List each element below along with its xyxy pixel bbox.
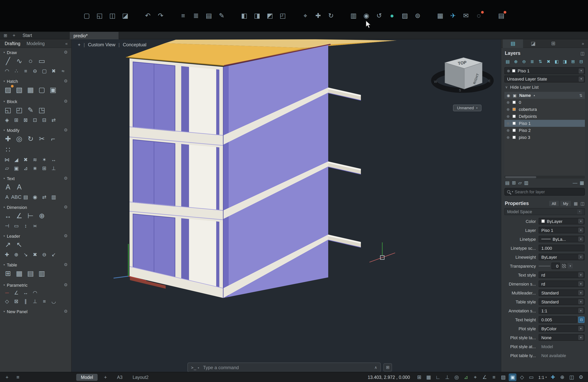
workspace-icon[interactable]: ◫ <box>568 373 576 381</box>
lock-constraint-icon[interactable]: ⊠ <box>12 297 21 305</box>
layer-merge-icon[interactable]: ⊟ <box>578 58 585 64</box>
manage-attributes-icon[interactable]: ⊠ <box>21 116 30 124</box>
etransmit-icon[interactable]: ◰ <box>278 11 287 21</box>
property-dropdown[interactable]: ByLa...▾ <box>539 236 585 242</box>
point-icon[interactable]: ∴ <box>12 67 21 75</box>
scale-icon[interactable]: ◢ <box>12 156 21 163</box>
grid-display-icon[interactable]: ⊞ <box>415 373 423 381</box>
section-settings-icon[interactable]: ⚙ <box>64 99 68 104</box>
find-text-icon[interactable]: ◉ <box>31 193 39 201</box>
edit-attribute-icon[interactable]: ⊟ <box>40 116 49 124</box>
columns-settings-icon[interactable]: ▦ <box>580 180 584 186</box>
layer-translate-icon[interactable]: ⇅ <box>537 58 544 64</box>
layer-freeze-icon[interactable]: ◧ <box>553 58 560 64</box>
property-dropdown[interactable]: ByLayer▾ <box>539 218 585 224</box>
new-layer-icon[interactable]: ⊕ <box>513 58 519 64</box>
spline-icon[interactable]: ≈ <box>59 67 67 75</box>
panel-tab-tables[interactable]: ⊞ <box>543 39 564 48</box>
dynamic-ucs-icon[interactable]: ◇ <box>518 373 526 381</box>
text-style-icon[interactable]: A <box>3 193 11 201</box>
rotate-icon[interactable]: ↻ <box>25 134 36 144</box>
infer-constraints-icon[interactable]: ∟ <box>434 373 442 381</box>
multiline-text-icon[interactable]: A <box>3 182 13 192</box>
viewcube[interactable]: W S E TOP RIGHT <box>429 52 495 110</box>
equal-constraint-icon[interactable]: ≡ <box>40 297 49 305</box>
section-settings-icon[interactable]: ⚙ <box>64 309 68 314</box>
layer-lock-icon[interactable]: ◨ <box>562 58 568 64</box>
layer-search-box[interactable]: ▾ <box>504 188 585 196</box>
angular-dimension-icon[interactable]: ∠ <box>14 211 24 221</box>
xline-icon[interactable]: ✖ <box>49 67 58 75</box>
pick-text-height-button[interactable]: ⊡ <box>578 317 585 323</box>
tab-modeling[interactable]: Modeling <box>27 41 45 46</box>
property-dropdown[interactable]: 1:1▾ <box>539 307 585 314</box>
batch-plot-icon[interactable]: ≣ <box>191 11 201 21</box>
break-icon[interactable]: ⋇ <box>31 164 39 172</box>
layer-list-scrollbar[interactable] <box>504 176 585 179</box>
replace-block-icon[interactable]: ⇄ <box>49 116 58 124</box>
orbit-icon[interactable]: ↻ <box>326 11 336 21</box>
layer-properties-icon[interactable]: ▥ <box>349 11 358 21</box>
caret-down-icon[interactable]: ▾ <box>579 68 584 73</box>
sort-icon[interactable]: ⇅ <box>579 93 583 97</box>
name-column-header[interactable]: Name <box>519 93 531 98</box>
parallel-constraint-icon[interactable]: ∥ <box>21 297 30 305</box>
layer-row[interactable]: piso 3 <box>504 134 585 141</box>
collapse-palette-icon[interactable]: « <box>65 41 68 46</box>
dynamic-input-icon[interactable]: ▭ <box>527 373 535 381</box>
palette-header-draw[interactable]: ▾Draw⚙ <box>0 49 71 56</box>
property-dropdown[interactable]: rd▾ <box>539 272 585 278</box>
palette-header-leader[interactable]: ▾Leader⚙ <box>0 233 71 239</box>
export-text-icon[interactable]: ▥ <box>49 193 58 201</box>
palette-header-hatch[interactable]: ▾Hatch⚙ <box>0 78 71 85</box>
layer-status-icon[interactable] <box>507 115 509 118</box>
dock-panel-icon[interactable]: ◫ <box>580 51 585 56</box>
join-icon[interactable]: ▣ <box>12 164 21 172</box>
copy-icon[interactable]: ◎ <box>14 134 24 144</box>
property-dropdown[interactable]: ByLayer▾ <box>539 254 585 260</box>
save-as-icon[interactable]: ◪ <box>121 11 130 21</box>
polar-tracking-icon[interactable]: ◎ <box>453 373 461 381</box>
property-dropdown[interactable]: None▾ <box>539 334 585 341</box>
table-from-data-icon[interactable]: ▦ <box>14 268 24 278</box>
add-leader-icon[interactable]: ✚ <box>3 251 11 258</box>
model-tab[interactable]: Model <box>76 374 98 381</box>
leader-edit-icon[interactable]: ↖ <box>14 240 24 250</box>
text-align-icon[interactable]: ⇄ <box>40 193 49 201</box>
arc-icon[interactable]: ◠ <box>3 67 11 75</box>
property-dropdown[interactable]: Standard▾ <box>539 289 585 296</box>
perpendicular-constraint-icon[interactable]: ⊥ <box>31 297 39 305</box>
caret-down-icon[interactable]: ▾ <box>578 236 583 242</box>
chamfer-icon[interactable]: ⊿ <box>21 164 30 172</box>
visual-styles-icon[interactable]: ◉ <box>362 11 371 21</box>
fillet-icon[interactable]: ⌐ <box>48 134 58 144</box>
section-settings-icon[interactable]: ⚙ <box>64 176 68 181</box>
align-icon[interactable]: ▱ <box>3 164 11 172</box>
insert-block-icon[interactable]: ◱ <box>3 105 13 115</box>
leader-landing-icon[interactable]: ↙ <box>49 251 58 258</box>
start-tab[interactable]: Start <box>22 33 32 38</box>
circle-icon[interactable]: ○ <box>25 56 36 66</box>
caret-down-icon[interactable]: ▾ <box>578 326 583 331</box>
baseline-dimension-icon[interactable]: ⊣ <box>3 222 11 230</box>
symmetric-constraint-icon[interactable]: ◇ <box>3 297 11 305</box>
visibility-column-icon[interactable]: ◉ <box>507 93 510 97</box>
email-icon[interactable]: ✉ <box>461 11 471 21</box>
selection-scope-dropdown[interactable]: Model Space ▾ <box>504 208 585 215</box>
caret-down-icon[interactable]: ▾ <box>578 281 583 286</box>
send-icon[interactable]: ✈ <box>448 11 458 21</box>
new-drawing-icon[interactable]: ▢ <box>82 11 91 21</box>
leader-style-icon[interactable]: ⊖ <box>40 251 49 258</box>
align-leader-icon[interactable]: ⊕ <box>12 251 21 258</box>
new-drawing-tab-icon[interactable]: + <box>11 33 17 38</box>
remove-leader-icon[interactable]: ✖ <box>31 251 39 258</box>
layer-status-icon[interactable] <box>507 136 509 139</box>
quick-select-icon[interactable]: ▦ <box>574 201 578 206</box>
current-layer-dropdown[interactable]: Piso 1 ▾ <box>504 67 585 74</box>
horizontal-constraint-icon[interactable]: ↔ <box>21 289 30 297</box>
page-setup-icon[interactable]: ▤ <box>204 11 213 21</box>
trim-icon[interactable]: ✂ <box>37 134 47 144</box>
property-input[interactable]: 1.000 <box>539 245 585 251</box>
viewport-style-control[interactable]: Conceptual <box>123 42 147 47</box>
annotation-scale-control[interactable]: 1:1 ▾ <box>538 375 547 380</box>
